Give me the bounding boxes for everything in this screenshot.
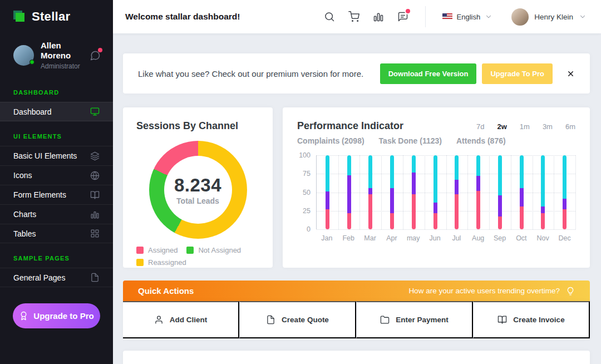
bar-chart-icon [90, 210, 100, 219]
bar-Oct [511, 155, 533, 229]
legend-label: Assigned [148, 246, 178, 254]
bar-segment-attends [455, 155, 459, 180]
sessions-card-title: Sessions By Channel [136, 120, 259, 132]
download-free-version-button[interactable]: Download Free Version [380, 63, 477, 84]
x-tick-label: Jun [424, 234, 446, 242]
bar-segment-complaints [412, 194, 416, 229]
user-menu[interactable]: Henry Klein [511, 8, 587, 26]
bar-segment-complaints [390, 213, 394, 229]
sidebar-item-dashboard[interactable]: Dashboard [0, 102, 113, 121]
cart-icon [348, 11, 359, 22]
sidebar-item-tables[interactable]: Tables [0, 224, 113, 243]
stacked-bar [498, 155, 502, 229]
upgrade-to-pro-banner-button[interactable]: Upgrade To Pro [482, 63, 553, 84]
upgrade-to-pro-button[interactable]: Upgrade to Pro [13, 303, 100, 328]
period-tab-1m[interactable]: 1m [520, 122, 530, 131]
cart-icon[interactable] [348, 11, 359, 22]
gridline [317, 229, 575, 230]
stacked-bar [390, 155, 394, 229]
period-tab-7d[interactable]: 7d [476, 122, 484, 131]
sidebar-item-charts[interactable]: Charts [0, 204, 113, 224]
x-tick-label: Apr [381, 234, 402, 242]
bar-segment-task-done [326, 191, 329, 209]
online-status-dot [29, 60, 35, 65]
stacked-bar [347, 155, 351, 229]
period-tab-2w[interactable]: 2w [497, 122, 506, 131]
legend-swatch [136, 259, 144, 266]
sidebar: Stellar Allen Moreno Administrator DASHB… [0, 0, 113, 364]
profile-name: Allen Moreno [41, 41, 83, 61]
bar-segment-complaints [347, 213, 351, 229]
nav-section-label: DASHBOARD [0, 77, 113, 102]
sidebar-item-basic-ui-elements[interactable]: Basic UI Elements [0, 146, 113, 165]
sessions-donut-chart: 8.234 Total Leads [149, 141, 247, 239]
layers-icon [90, 151, 100, 161]
bar-segment-task-done [433, 203, 437, 213]
stats-icon[interactable] [373, 11, 384, 22]
add-client-button[interactable]: Add Client [123, 301, 239, 338]
user-icon [154, 315, 164, 324]
messages-icon[interactable] [397, 11, 408, 22]
sidebar-nav: DASHBOARDDashboardUI ELEMENTSBasic UI El… [0, 77, 113, 287]
avatar [13, 45, 34, 66]
bar-segment-task-done [390, 188, 394, 213]
book-open-icon [90, 190, 100, 200]
series-label: Task Done (1123) [379, 136, 442, 145]
period-tab-6m[interactable]: 6m [565, 122, 575, 131]
brand[interactable]: Stellar [0, 0, 113, 33]
file-icon [266, 315, 275, 324]
bar-segment-task-done [455, 180, 459, 195]
bar-segment-task-done [520, 188, 524, 206]
language-selector[interactable]: English [442, 13, 493, 21]
nav-section-label: SAMPLE PAGES [0, 243, 113, 268]
sidebar-item-label: General Pages [13, 273, 65, 282]
topbar-divider [425, 6, 426, 27]
create-quote-button[interactable]: Create Quote [239, 301, 356, 338]
period-tabs: 7d2w1m3m6m [476, 122, 575, 131]
x-tick-label: Nov [532, 234, 554, 242]
x-tick-label: Aug [467, 234, 489, 242]
avatar [511, 8, 529, 26]
stacked-bar [541, 155, 545, 229]
stellar-logo-icon [13, 10, 26, 23]
bar-segment-task-done [541, 206, 545, 213]
x-tick-label: Mar [359, 234, 381, 242]
chevron-down-icon [579, 13, 587, 21]
y-tick-label: 100 [299, 151, 311, 159]
quick-action-label: Create Quote [282, 316, 329, 324]
performance-indicator-card: Performance Indicator 7d2w1m3m6m Complai… [283, 107, 590, 268]
award-icon [19, 311, 28, 321]
create-invoice-button[interactable]: Create Invoice [473, 301, 590, 338]
close-icon[interactable] [566, 70, 575, 78]
sidebar-profile[interactable]: Allen Moreno Administrator [0, 33, 113, 77]
enter-payment-button[interactable]: Enter Payment [356, 301, 473, 338]
chevron-down-icon [485, 13, 492, 21]
bar-segment-attends [520, 155, 524, 188]
bar-segment-complaints [476, 191, 480, 229]
performance-card-title: Performance Indicator [297, 120, 403, 132]
bar-segment-attends [347, 155, 351, 175]
bar-segment-complaints [498, 217, 502, 229]
sidebar-item-icons[interactable]: Icons [0, 165, 113, 185]
period-tab-3m[interactable]: 3m [543, 122, 553, 131]
bar-segment-complaints [326, 209, 329, 229]
quick-actions-prompt: How are your active users trending overt… [408, 287, 560, 295]
chat-bubble-icon[interactable] [90, 50, 101, 61]
main-content: Like what you see? Check out our premium… [113, 33, 601, 364]
x-tick-label: Dec [554, 234, 575, 242]
plot-area [316, 155, 575, 229]
y-tick-label: 50 [303, 189, 311, 196]
bar-Jun [425, 155, 446, 229]
sessions-legend: AssignedNot AssignedReassigned [136, 246, 259, 267]
sidebar-item-general-pages[interactable]: General Pages [0, 268, 113, 287]
search-icon [324, 11, 335, 22]
quick-action-label: Add Client [170, 316, 208, 324]
promo-banner-text: Like what you see? Check out our premium… [138, 69, 363, 78]
search-icon[interactable] [324, 11, 335, 22]
legend-swatch [186, 247, 194, 254]
sidebar-item-label: Form Elements [13, 190, 66, 199]
stacked-bar [563, 155, 566, 229]
bar-Aug [467, 155, 489, 229]
sidebar-item-form-elements[interactable]: Form Elements [0, 185, 113, 204]
bar-segment-task-done [563, 199, 566, 209]
